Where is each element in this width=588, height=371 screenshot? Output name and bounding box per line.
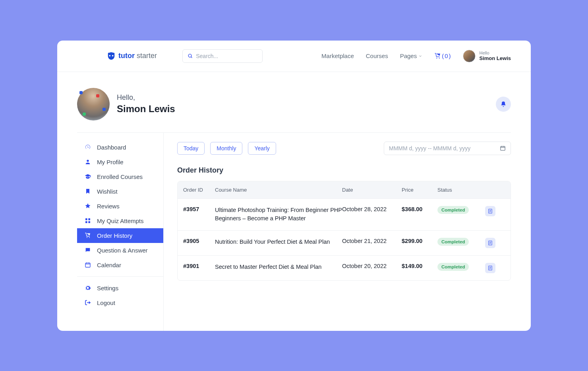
notifications-button[interactable]: [496, 97, 511, 112]
section-title: Order History: [177, 166, 511, 175]
bookmark-icon: [84, 188, 91, 194]
graduation-icon: [84, 173, 91, 180]
cart-icon: [84, 232, 91, 239]
sidebar-item-logout[interactable]: Logout: [77, 295, 163, 310]
nav-marketplace[interactable]: Marketplace: [321, 52, 354, 59]
nav-pages-label: Pages: [400, 52, 417, 59]
filter-monthly[interactable]: Monthly: [210, 142, 242, 155]
brand-strong: tutor: [118, 52, 135, 60]
sidebar-item-profile[interactable]: My Profile: [77, 155, 163, 169]
cell-date: October 28, 2022: [342, 206, 402, 212]
brand-logo[interactable]: tutor starter: [107, 52, 157, 60]
sidebar-item-label: My Profile: [97, 159, 124, 165]
user-greeting-small: Hello: [480, 51, 511, 55]
question-icon: [84, 247, 91, 253]
svg-line-1: [191, 57, 192, 58]
user-icon: [84, 159, 91, 165]
sidebar-item-quiz[interactable]: My Quiz Attempts: [77, 214, 163, 228]
cart-link[interactable]: (0): [434, 52, 451, 59]
filter-row: Today Monthly Yearly MMMM d, yyyy -- MMM…: [177, 142, 511, 155]
hero-name: Simon Lewis: [117, 103, 175, 115]
date-range-input[interactable]: MMMM d, yyyy -- MMMM d, yyyy: [384, 142, 511, 155]
svg-rect-12: [85, 263, 90, 267]
top-nav: Marketplace Courses Pages (0) Hello Simo…: [321, 50, 511, 62]
sidebar-item-order-history[interactable]: Order History: [77, 228, 163, 243]
nav-pages[interactable]: Pages: [400, 52, 423, 59]
svg-rect-6: [88, 218, 90, 220]
order-table: Order ID Course Name Date Price Status #…: [177, 181, 511, 281]
cart-count: 0: [445, 52, 448, 59]
th-price: Price: [402, 187, 437, 193]
calendar-icon: [84, 262, 91, 268]
document-icon: [487, 208, 493, 214]
th-order-id: Order ID: [183, 187, 215, 193]
invoice-button[interactable]: [485, 263, 495, 273]
invoice-button[interactable]: [485, 238, 495, 248]
bell-icon: [500, 101, 507, 107]
svg-point-9: [87, 237, 87, 238]
sidebar-item-enrolled[interactable]: Enrolled Courses: [77, 169, 163, 184]
date-range-placeholder: MMMM d, yyyy -- MMMM d, yyyy: [389, 145, 470, 152]
sidebar-item-label: Calendar: [97, 262, 121, 268]
avatar-large: [77, 88, 110, 120]
table-row: #3957 Ultimate Photoshop Training: From …: [178, 198, 511, 231]
svg-rect-17: [501, 146, 505, 150]
svg-point-11: [89, 249, 89, 250]
document-icon: [487, 265, 493, 271]
topbar: tutor starter Marketplace Courses Pages …: [57, 41, 531, 72]
status-badge: Completed: [437, 238, 469, 246]
sidebar-item-label: Dashboard: [97, 144, 126, 151]
cell-date: October 20, 2022: [342, 263, 402, 269]
sidebar: Dashboard My Profile Enrolled Courses Wi…: [77, 133, 164, 331]
search-box[interactable]: [182, 49, 263, 63]
invoice-button[interactable]: [485, 206, 495, 216]
hero-hello: Hello,: [117, 93, 175, 102]
cell-order-id: #3901: [183, 263, 215, 269]
sidebar-item-dashboard[interactable]: Dashboard: [77, 140, 163, 155]
gear-icon: [84, 285, 91, 291]
sidebar-item-qa[interactable]: Question & Answer: [77, 243, 163, 258]
sidebar-separator: [77, 276, 163, 277]
filter-today[interactable]: Today: [177, 142, 205, 155]
sidebar-item-reviews[interactable]: Reviews: [77, 199, 163, 214]
star-icon: [84, 203, 91, 209]
sidebar-item-wishlist[interactable]: Wishlist: [77, 184, 163, 199]
sidebar-item-calendar[interactable]: Calendar: [77, 258, 163, 272]
cell-order-id: #3957: [183, 206, 215, 212]
gauge-icon: [84, 144, 91, 150]
user-chip[interactable]: Hello Simon Lewis: [463, 50, 511, 62]
svg-rect-7: [85, 221, 87, 223]
svg-point-10: [89, 237, 90, 238]
app-window: tutor starter Marketplace Courses Pages …: [57, 41, 531, 331]
table-header: Order ID Course Name Date Price Status: [178, 181, 511, 198]
user-name: Simon Lewis: [480, 55, 511, 61]
logout-icon: [84, 299, 91, 306]
sidebar-item-label: My Quiz Attempts: [97, 218, 144, 224]
table-row: #3901 Secret to Master Perfect Diet & Me…: [178, 255, 511, 280]
sidebar-item-label: Enrolled Courses: [97, 173, 143, 180]
th-date: Date: [342, 187, 402, 193]
status-badge: Completed: [437, 263, 469, 271]
status-badge: Completed: [437, 206, 469, 214]
cell-price: $299.00: [402, 238, 437, 244]
cell-date: October 21, 2022: [342, 238, 402, 244]
filter-yearly[interactable]: Yearly: [248, 142, 276, 155]
sidebar-item-settings[interactable]: Settings: [77, 281, 163, 295]
svg-point-4: [87, 160, 89, 162]
search-input[interactable]: [196, 53, 257, 59]
svg-point-0: [188, 54, 191, 57]
calendar-icon: [500, 145, 506, 151]
cell-price: $149.00: [402, 263, 437, 269]
svg-rect-8: [88, 221, 90, 223]
cell-course: Ultimate Photoshop Training: From Beginn…: [215, 206, 342, 223]
hero: Hello, Simon Lewis: [77, 72, 511, 132]
main-content: Today Monthly Yearly MMMM d, yyyy -- MMM…: [164, 133, 511, 331]
sidebar-item-label: Order History: [97, 232, 132, 239]
nav-courses[interactable]: Courses: [366, 52, 388, 59]
document-icon: [487, 240, 493, 246]
search-icon: [188, 53, 193, 59]
avatar: [463, 50, 476, 62]
svg-point-2: [437, 58, 437, 58]
table-row: #3905 Nutrition: Build Your Perfect Diet…: [178, 230, 511, 255]
owl-icon: [107, 52, 116, 60]
